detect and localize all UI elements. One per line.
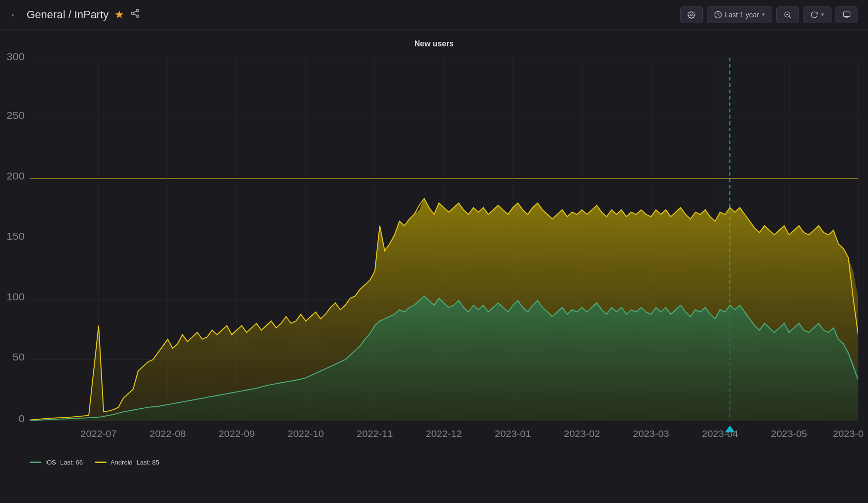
svg-text:2022-07: 2022-07 — [80, 429, 116, 439]
android-last-value: Last: 85 — [137, 459, 159, 466]
time-range-label: Last 1 year — [725, 11, 759, 19]
refresh-chevron-icon: ▾ — [821, 11, 824, 18]
svg-text:2022-08: 2022-08 — [149, 429, 185, 439]
svg-text:250: 250 — [6, 110, 25, 121]
refresh-button[interactable]: ▾ — [803, 6, 832, 23]
android-label: Android — [110, 459, 133, 466]
svg-text:100: 100 — [6, 291, 25, 302]
header-right: Last 1 year ▾ ▾ — [680, 6, 858, 23]
time-range-button[interactable]: Last 1 year ▾ — [707, 6, 772, 23]
svg-line-4 — [134, 11, 137, 12]
ios-last-value: Last: 66 — [60, 459, 83, 466]
svg-point-0 — [137, 9, 139, 12]
legend-ios: iOS Last: 66 — [30, 459, 83, 466]
chart-legend: iOS Last: 66 Android Last: 85 — [0, 455, 868, 470]
header-left: ← General / InParty ★ — [10, 8, 140, 21]
svg-line-3 — [134, 14, 137, 15]
chevron-down-icon: ▾ — [762, 11, 765, 18]
svg-point-1 — [132, 12, 134, 15]
svg-text:300: 300 — [6, 53, 25, 62]
svg-text:2022-12: 2022-12 — [426, 429, 462, 439]
svg-text:2023-05: 2023-05 — [771, 429, 807, 439]
svg-rect-10 — [843, 12, 850, 16]
back-button[interactable]: ← — [10, 9, 21, 20]
svg-point-5 — [690, 14, 692, 16]
breadcrumb: General / InParty — [27, 8, 108, 21]
chart-area: 300 250 200 150 100 50 0 — [0, 53, 868, 453]
ios-label: iOS — [45, 459, 56, 466]
legend-android: Android Last: 85 — [95, 459, 159, 466]
svg-text:0: 0 — [19, 413, 25, 424]
ios-legend-color — [30, 462, 41, 463]
display-button[interactable] — [835, 6, 858, 23]
chart-svg: 300 250 200 150 100 50 0 — [0, 53, 868, 453]
svg-text:2023-0: 2023-0 — [833, 429, 864, 439]
chart-container: New users 300 250 200 150 100 — [0, 30, 868, 503]
svg-text:200: 200 — [6, 171, 25, 181]
svg-text:50: 50 — [13, 352, 25, 362]
chart-title: New users — [0, 39, 868, 48]
svg-text:2023-02: 2023-02 — [564, 429, 600, 439]
svg-text:2023-03: 2023-03 — [633, 429, 669, 439]
share-icon[interactable] — [130, 8, 140, 21]
svg-line-8 — [789, 16, 791, 18]
svg-text:2022-10: 2022-10 — [288, 429, 324, 439]
svg-point-2 — [137, 15, 139, 17]
app-header: ← General / InParty ★ Last 1 year ▾ ▾ — [0, 0, 868, 30]
svg-text:150: 150 — [6, 231, 25, 242]
svg-text:2023-04: 2023-04 — [702, 429, 738, 439]
svg-text:2022-11: 2022-11 — [357, 429, 393, 439]
android-legend-color — [95, 462, 107, 463]
zoom-button[interactable] — [776, 6, 799, 23]
settings-button[interactable] — [680, 6, 703, 23]
star-icon[interactable]: ★ — [114, 8, 124, 21]
svg-text:2022-09: 2022-09 — [218, 429, 254, 439]
svg-text:2023-01: 2023-01 — [495, 429, 531, 439]
